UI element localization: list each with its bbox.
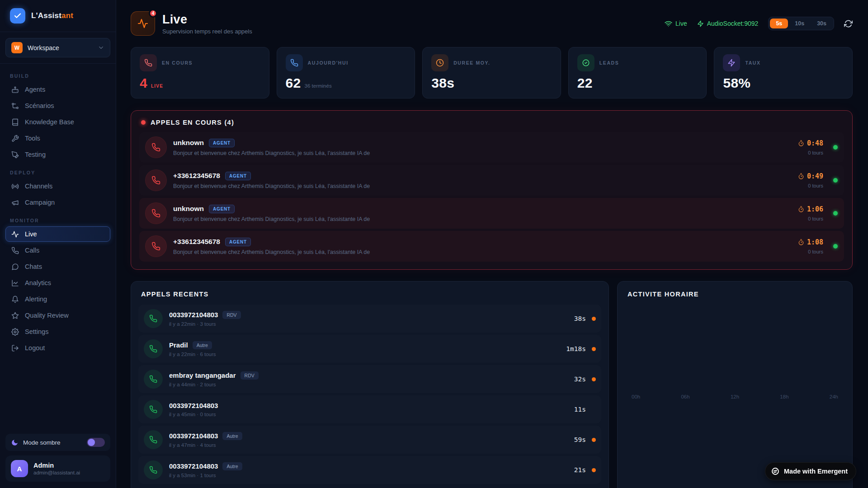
- status-dot-orange: [592, 438, 596, 442]
- emergent-logo-icon: [771, 467, 780, 476]
- phone-icon: [286, 54, 303, 71]
- sidebar-item-label: Logout: [25, 344, 45, 352]
- hourly-activity-panel: ACTIVITE HORAIRE 00h 06h 12h 18h 24h: [617, 281, 853, 488]
- sidebar-item-calls[interactable]: Calls: [5, 243, 110, 258]
- chevron-down-icon: [98, 44, 104, 51]
- call-transcript: Bonjour et bienvenue chez Arthemis Diagn…: [173, 216, 370, 222]
- sidebar-item-logout[interactable]: Logout: [5, 340, 110, 356]
- sidebar-item-scenarios[interactable]: Scénarios: [5, 98, 110, 113]
- call-type-badge: RDV: [222, 311, 241, 319]
- stat-card-duree-moy: DUREE MOY. 38s: [422, 47, 561, 99]
- phone-icon: [144, 339, 163, 358]
- live-call-row[interactable]: unknown AGENT Bonjour et bienvenue chez …: [139, 132, 844, 163]
- refresh-option-30s[interactable]: 30s: [811, 19, 832, 28]
- sidebar-item-knowledge-base[interactable]: Knowledge Base: [5, 114, 110, 130]
- live-call-row[interactable]: +33612345678 AGENT Bonjour et bienvenue …: [139, 231, 844, 262]
- sidebar-item-label: Knowledge Base: [25, 118, 74, 126]
- call-tours: 0 tours: [798, 183, 823, 188]
- call-timer: 1:08: [798, 238, 823, 246]
- recent-calls-title: APPELS RECENTS: [141, 291, 599, 298]
- page-subtitle: Supervision temps reel des appels: [162, 28, 252, 35]
- refresh-option-5s[interactable]: 5s: [770, 19, 788, 28]
- sidebar-item-alerting[interactable]: Alerting: [5, 291, 110, 307]
- sidebar: L'Assistant W Workspace BUILD Agents Scé…: [0, 0, 116, 488]
- live-activity-icon: 4: [131, 11, 155, 36]
- sidebar-item-channels[interactable]: Channels: [5, 178, 110, 194]
- section-label-build: BUILD: [10, 73, 106, 79]
- user-email: admin@lassistant.ai: [33, 470, 80, 475]
- status-dot-orange: [592, 347, 596, 351]
- sidebar-item-live[interactable]: Live: [5, 226, 110, 242]
- section-label-monitor: MONITOR: [10, 218, 106, 223]
- live-calls-title: APPELS EN COURS (4): [151, 119, 234, 126]
- recent-call-row[interactable]: 0033972104803 Autre il y a 47min · 4 tou…: [138, 426, 601, 454]
- brand-suffix: ant: [61, 11, 73, 20]
- call-meta: il y a 53min · 1 tours: [169, 473, 242, 478]
- sidebar-item-chats[interactable]: Chats: [5, 259, 110, 274]
- phone-icon: [11, 246, 19, 254]
- live-status: Live: [665, 20, 687, 28]
- activity-icon: [11, 230, 19, 238]
- sidebar-item-testing[interactable]: Testing: [5, 147, 110, 162]
- sidebar-item-quality-review[interactable]: Quality Review: [5, 308, 110, 323]
- stat-value: 62: [286, 75, 301, 91]
- call-duration: 32s: [574, 375, 586, 383]
- made-with-emergent-badge[interactable]: Made with Emergent: [765, 462, 856, 480]
- sidebar-item-label: Live: [25, 230, 37, 238]
- sidebar-item-campaign[interactable]: Campaign: [5, 195, 110, 210]
- status-dot-green: [833, 211, 838, 216]
- call-type-badge: Autre: [222, 432, 242, 440]
- x-axis-tick: 00h: [632, 394, 640, 399]
- caller-name: embray tangangadar: [169, 371, 236, 379]
- avatar: A: [11, 460, 28, 477]
- wifi-icon: [665, 20, 672, 28]
- sidebar-item-label: Alerting: [25, 296, 47, 303]
- caller-name: 0033972104803: [169, 402, 218, 409]
- agent-badge: AGENT: [225, 238, 251, 246]
- stat-label: AUJOURD'HUI: [308, 60, 349, 66]
- call-type-badge: Autre: [193, 341, 212, 349]
- phone-incoming-icon: [146, 203, 166, 224]
- recent-call-row[interactable]: 0033972104803 Autre il y a 53min · 1 tou…: [138, 456, 601, 484]
- section-label-deploy: DEPLOY: [10, 170, 106, 175]
- stat-value: 4: [140, 75, 147, 91]
- phone-icon: [144, 370, 163, 389]
- sidebar-item-settings[interactable]: Settings: [5, 324, 110, 339]
- status-dot-orange: [592, 468, 596, 472]
- recent-calls-panel: APPELS RECENTS 0033972104803 RDV il y a …: [131, 281, 609, 488]
- stat-card-leads: LEADS 22: [568, 47, 707, 99]
- sidebar-item-label: Tools: [25, 135, 40, 142]
- sidebar-item-label: Settings: [25, 328, 48, 335]
- phone-icon: [144, 460, 163, 479]
- status-dot-orange: [592, 377, 596, 381]
- recent-call-row[interactable]: 0033972104803 il y a 45min · 0 tours 11s: [138, 395, 601, 423]
- call-timer: 0:49: [798, 172, 823, 180]
- sidebar-item-label: Agents: [25, 86, 45, 93]
- stat-card-aujourdhui: AUJOURD'HUI 62 36 terminés: [277, 47, 415, 99]
- dark-mode-toggle[interactable]: [87, 438, 105, 447]
- sidebar-item-tools[interactable]: Tools: [5, 131, 110, 146]
- call-tours: 0 tours: [798, 216, 823, 221]
- sidebar-item-label: Scénarios: [25, 102, 54, 109]
- x-axis-tick: 18h: [780, 394, 788, 399]
- refresh-icon[interactable]: [844, 19, 853, 28]
- refresh-option-10s[interactable]: 10s: [789, 19, 810, 28]
- live-call-row[interactable]: +33612345678 AGENT Bonjour et bienvenue …: [139, 165, 844, 196]
- recent-call-row[interactable]: 0033972104803 RDV il y a 22min · 3 tours…: [138, 305, 601, 333]
- workspace-selector[interactable]: W Workspace: [5, 38, 110, 57]
- sidebar-item-agents[interactable]: Agents: [5, 82, 110, 97]
- pen-tool-icon: [11, 150, 19, 159]
- status-dot-orange: [592, 317, 596, 321]
- target-icon: [577, 54, 594, 71]
- sidebar-item-analytics[interactable]: Analytics: [5, 275, 110, 291]
- caller-name: 0033972104803: [169, 462, 218, 470]
- recent-call-row[interactable]: Pradil Autre il y a 22min · 6 tours 1m18…: [138, 335, 601, 363]
- live-call-row[interactable]: unknown AGENT Bonjour et bienvenue chez …: [139, 198, 844, 229]
- user-card[interactable]: A Admin admin@lassistant.ai: [5, 455, 110, 482]
- stopwatch-icon: [798, 173, 804, 179]
- caller-name: unknown: [173, 205, 204, 213]
- call-transcript: Bonjour et bienvenue chez Arthemis Diagn…: [173, 249, 370, 255]
- recent-call-row[interactable]: embray tangangadar RDV il y a 44min · 2 …: [138, 365, 601, 393]
- stopwatch-icon: [798, 140, 804, 146]
- call-meta: il y a 44min · 2 tours: [169, 382, 259, 387]
